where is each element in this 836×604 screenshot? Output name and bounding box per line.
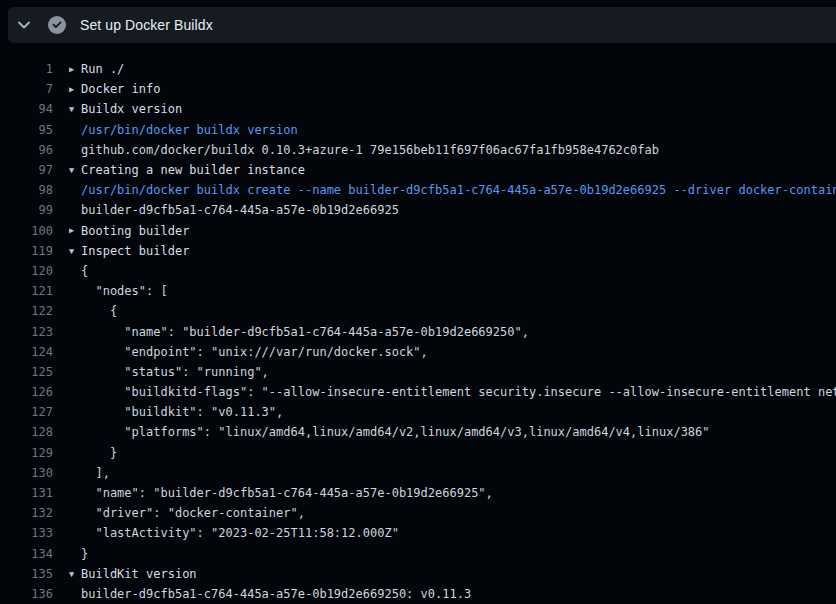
log-line: 98 /usr/bin/docker buildx create --name … — [0, 180, 836, 200]
line-number[interactable]: 97 — [0, 163, 53, 177]
log-text: "endpoint": "unix:///var/run/docker.sock… — [81, 345, 836, 359]
line-number[interactable]: 122 — [0, 304, 53, 318]
log-text: "buildkitd-flags": "--allow-insecure-ent… — [81, 385, 836, 399]
line-number[interactable]: 98 — [0, 183, 53, 197]
log-line: 96 github.com/docker/buildx 0.10.3+azure… — [0, 140, 836, 160]
line-number[interactable]: 119 — [0, 244, 53, 258]
log-text: "name": "builder-d9cfb5a1-c764-445a-a57e… — [81, 325, 836, 339]
log-text[interactable]: Creating a new builder instance — [81, 163, 836, 177]
log-text: "platforms": "linux/amd64,linux/amd64/v2… — [81, 425, 836, 439]
log-line[interactable]: 7 ▶ Docker info — [0, 79, 836, 99]
actions-log-viewer: Set up Docker Buildx 1 ▶ Run ./ 7 ▶ Dock… — [0, 0, 836, 604]
group-caret-icon[interactable]: ▶ — [53, 226, 81, 235]
line-number[interactable]: 132 — [0, 506, 53, 520]
line-number[interactable]: 136 — [0, 587, 53, 601]
log-line: 129 } — [0, 443, 836, 463]
line-number[interactable]: 125 — [0, 365, 53, 379]
line-number[interactable]: 129 — [0, 446, 53, 460]
log-text: "status": "running", — [81, 365, 836, 379]
line-number[interactable]: 131 — [0, 486, 53, 500]
log-line: 124 "endpoint": "unix:///var/run/docker.… — [0, 342, 836, 362]
log-line[interactable]: 1 ▶ Run ./ — [0, 59, 836, 79]
log-line: 120 { — [0, 261, 836, 281]
log-text[interactable]: Docker info — [81, 82, 836, 96]
log-line: 132 "driver": "docker-container", — [0, 503, 836, 523]
log-text: "nodes": [ — [81, 284, 836, 298]
log-text: { — [81, 304, 836, 318]
log-line: 95 /usr/bin/docker buildx version — [0, 120, 836, 140]
log-text: ], — [81, 466, 836, 480]
log-text[interactable]: BuildKit version — [81, 567, 836, 581]
line-number[interactable]: 95 — [0, 123, 53, 137]
log-line: 121 "nodes": [ — [0, 281, 836, 301]
log-text: github.com/docker/buildx 0.10.3+azure-1 … — [81, 143, 836, 157]
line-number[interactable]: 130 — [0, 466, 53, 480]
chevron-down-icon[interactable] — [16, 17, 32, 33]
line-number[interactable]: 127 — [0, 405, 53, 419]
line-number[interactable]: 128 — [0, 425, 53, 439]
log-text: /usr/bin/docker buildx version — [81, 123, 836, 137]
line-number[interactable]: 121 — [0, 284, 53, 298]
log-line: 128 "platforms": "linux/amd64,linux/amd6… — [0, 422, 836, 442]
line-number[interactable]: 126 — [0, 385, 53, 399]
log-line[interactable]: 100 ▶ Booting builder — [0, 221, 836, 241]
log-line: 131 "name": "builder-d9cfb5a1-c764-445a-… — [0, 483, 836, 503]
log-line: 130 ], — [0, 463, 836, 483]
log-output: 1 ▶ Run ./ 7 ▶ Docker info 94 ▼ Buildx v… — [0, 43, 836, 604]
step-title: Set up Docker Buildx — [80, 17, 213, 33]
line-number[interactable]: 100 — [0, 224, 53, 238]
group-caret-icon[interactable]: ▼ — [53, 105, 81, 114]
log-line[interactable]: 94 ▼ Buildx version — [0, 99, 836, 119]
log-text: "driver": "docker-container", — [81, 506, 836, 520]
log-text: builder-d9cfb5a1-c764-445a-a57e-0b19d2e6… — [81, 587, 836, 601]
log-text: "lastActivity": "2023-02-25T11:58:12.000… — [81, 526, 836, 540]
line-number[interactable]: 123 — [0, 325, 53, 339]
group-caret-icon[interactable]: ▼ — [53, 570, 81, 579]
log-text: { — [81, 264, 836, 278]
log-line: 133 "lastActivity": "2023-02-25T11:58:12… — [0, 523, 836, 543]
log-text: builder-d9cfb5a1-c764-445a-a57e-0b19d2e6… — [81, 203, 836, 217]
log-line[interactable]: 119 ▼ Inspect builder — [0, 241, 836, 261]
line-number[interactable]: 94 — [0, 102, 53, 116]
log-line[interactable]: 97 ▼ Creating a new builder instance — [0, 160, 836, 180]
line-number[interactable]: 133 — [0, 526, 53, 540]
log-text: } — [81, 446, 836, 460]
log-line: 127 "buildkit": "v0.11.3", — [0, 402, 836, 422]
log-line: 134 } — [0, 544, 836, 564]
log-line: 126 "buildkitd-flags": "--allow-insecure… — [0, 382, 836, 402]
log-text: /usr/bin/docker buildx create --name bui… — [81, 183, 836, 197]
log-text[interactable]: Buildx version — [81, 102, 836, 116]
log-text: } — [81, 547, 836, 561]
log-text: "name": "builder-d9cfb5a1-c764-445a-a57e… — [81, 486, 836, 500]
log-line: 99 builder-d9cfb5a1-c764-445a-a57e-0b19d… — [0, 200, 836, 220]
log-line[interactable]: 135 ▼ BuildKit version — [0, 564, 836, 584]
line-number[interactable]: 96 — [0, 143, 53, 157]
log-text[interactable]: Run ./ — [81, 62, 836, 76]
line-number[interactable]: 120 — [0, 264, 53, 278]
check-circle-icon — [48, 16, 66, 34]
group-caret-icon[interactable]: ▼ — [53, 166, 81, 175]
log-text: "buildkit": "v0.11.3", — [81, 405, 836, 419]
line-number[interactable]: 99 — [0, 203, 53, 217]
line-number[interactable]: 135 — [0, 567, 53, 581]
log-text[interactable]: Booting builder — [81, 224, 836, 238]
log-line: 136 builder-d9cfb5a1-c764-445a-a57e-0b19… — [0, 584, 836, 604]
line-number[interactable]: 124 — [0, 345, 53, 359]
group-caret-icon[interactable]: ▼ — [53, 247, 81, 256]
line-number[interactable]: 1 — [0, 62, 53, 76]
group-caret-icon[interactable]: ▶ — [53, 85, 81, 94]
log-text[interactable]: Inspect builder — [81, 244, 836, 258]
group-caret-icon[interactable]: ▶ — [53, 65, 81, 74]
step-header[interactable]: Set up Docker Buildx — [8, 7, 836, 43]
log-line: 123 "name": "builder-d9cfb5a1-c764-445a-… — [0, 321, 836, 341]
log-line: 125 "status": "running", — [0, 362, 836, 382]
log-line: 122 { — [0, 301, 836, 321]
line-number[interactable]: 7 — [0, 82, 53, 96]
line-number[interactable]: 134 — [0, 547, 53, 561]
